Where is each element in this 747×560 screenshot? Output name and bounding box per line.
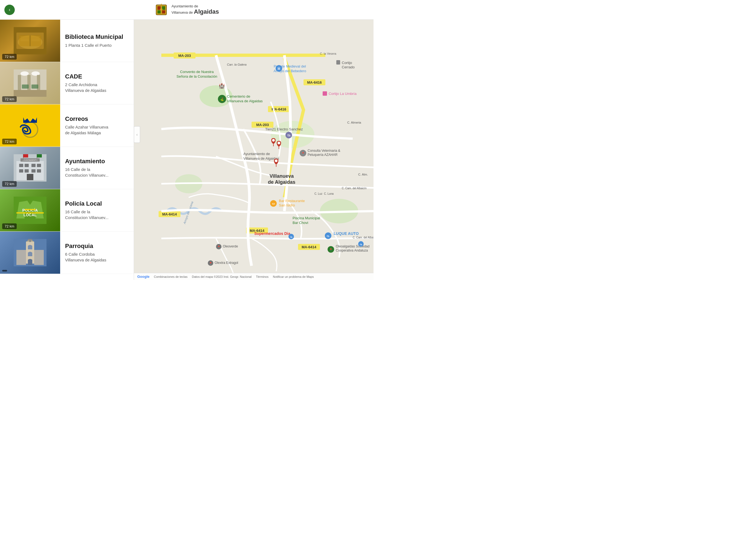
svg-text:C. Alm.: C. Alm. bbox=[358, 173, 368, 176]
svg-point-6 bbox=[160, 8, 162, 10]
svg-text:Tien21 Electro Sanchez: Tien21 Electro Sanchez bbox=[265, 127, 303, 131]
svg-rect-28 bbox=[22, 84, 29, 88]
svg-text:San Isidro: San Isidro bbox=[279, 203, 295, 207]
item-address: Calle Azahar Villanueva de Algaidas Mála… bbox=[65, 124, 129, 136]
list-item[interactable]: Parroquia 6 Calle Cordoba Villanueva de … bbox=[0, 232, 134, 274]
svg-text:C. Cam. del Albaicín: C. Cam. del Albaicín bbox=[342, 187, 367, 190]
svg-text:C. Luz: C. Luz bbox=[314, 192, 323, 195]
header-ayuntamiento: Ayuntamiento de bbox=[172, 4, 219, 8]
item-address: 16 Calle de la Constitucion Villanuev... bbox=[65, 167, 129, 178]
svg-rect-48 bbox=[37, 154, 42, 157]
svg-rect-30 bbox=[14, 112, 47, 139]
distance-badge: 72 km bbox=[2, 223, 17, 229]
svg-text:Cooperativa Andaluza: Cooperativa Andaluza bbox=[336, 249, 368, 252]
svg-text:C. la Vesera: C. la Vesera bbox=[320, 52, 337, 55]
report-problem-link[interactable]: Notificar un problema de Maps bbox=[273, 275, 314, 278]
svg-text:🏛: 🏛 bbox=[277, 67, 281, 71]
svg-text:🛍: 🛍 bbox=[290, 236, 292, 238]
back-button[interactable]: ‹ bbox=[4, 5, 15, 15]
svg-point-140 bbox=[275, 159, 278, 162]
svg-rect-36 bbox=[19, 164, 23, 167]
header: ‹ Ayuntamiento de Villanueva de Algaidas bbox=[0, 0, 374, 20]
svg-rect-27 bbox=[14, 90, 47, 97]
svg-rect-44 bbox=[27, 174, 33, 180]
distance-badge: 72 km bbox=[2, 138, 17, 144]
terms-link[interactable]: Términos bbox=[256, 275, 268, 278]
item-address: 2 Calle Archidona Villanueva de Algaidas bbox=[65, 82, 129, 93]
google-logo: Google bbox=[137, 275, 150, 279]
header-text: Ayuntamiento de Villanueva de Algaidas bbox=[172, 4, 219, 16]
svg-text:Olextra Extragol: Olextra Extragol bbox=[215, 261, 238, 265]
svg-rect-101 bbox=[323, 91, 327, 96]
svg-rect-43 bbox=[37, 169, 41, 173]
svg-rect-141 bbox=[336, 60, 340, 65]
svg-rect-58 bbox=[28, 239, 32, 240]
cade-illustration bbox=[14, 70, 47, 97]
svg-text:AYUNTAMIENTO: AYUNTAMIENTO bbox=[23, 159, 38, 161]
header-villanueva: Villanueva de bbox=[172, 10, 193, 15]
item-name: Policía Local bbox=[65, 200, 129, 207]
policia-illustration: POLICÍA LOCAL bbox=[14, 197, 47, 224]
item-address: 16 Calle de la Constitucion Villanuev... bbox=[65, 209, 129, 221]
svg-point-139 bbox=[278, 142, 280, 144]
item-address: 6 Calle Cordoba Villanueva de Algaidas bbox=[65, 251, 129, 263]
svg-text:Bar Restaurante: Bar Restaurante bbox=[279, 199, 305, 203]
item-info-cade: CADE 2 Calle Archidona Villanueva de Alg… bbox=[60, 62, 134, 104]
svg-text:Cortijo: Cortijo bbox=[342, 61, 352, 65]
svg-text:📍: 📍 bbox=[209, 262, 212, 265]
svg-rect-4 bbox=[157, 10, 161, 14]
header-algaidas: Algaidas bbox=[194, 8, 219, 15]
back-icon: ‹ bbox=[9, 7, 10, 12]
svg-text:C. Almeria: C. Almeria bbox=[347, 121, 361, 124]
svg-text:Peluquería AZAHAR: Peluquería AZAHAR bbox=[308, 153, 338, 157]
svg-text:MA-203: MA-203 bbox=[178, 54, 191, 58]
svg-rect-37 bbox=[25, 164, 29, 167]
ayuntamiento-illustration: AYUNTAMIENTO bbox=[14, 154, 47, 182]
svg-rect-60 bbox=[34, 250, 44, 265]
svg-text:Supermercados Dia: Supermercados Dia bbox=[254, 231, 290, 236]
item-name: Correos bbox=[65, 116, 129, 123]
parroquia-illustration bbox=[14, 239, 47, 266]
list-item[interactable]: 72 km Biblioteca Municipal 1 Planta 1 Ca… bbox=[0, 20, 134, 62]
svg-text:📍: 📍 bbox=[329, 248, 333, 252]
svg-text:Cortijo La Umbría: Cortijo La Umbría bbox=[329, 92, 357, 96]
svg-text:🛍: 🛍 bbox=[360, 243, 362, 246]
distance-badge: 72 km bbox=[2, 54, 17, 59]
item-image-correos: 72 km bbox=[0, 104, 60, 147]
svg-text:Convento de Nuestra: Convento de Nuestra bbox=[180, 70, 214, 74]
svg-text:de Algaidas: de Algaidas bbox=[268, 179, 295, 185]
item-address: 1 Planta 1 Calle el Puerto bbox=[65, 42, 129, 48]
svg-text:MA-6414: MA-6414 bbox=[162, 212, 177, 216]
svg-text:Ayuntamiento de: Ayuntamiento de bbox=[243, 152, 270, 156]
svg-rect-38 bbox=[31, 164, 35, 167]
svg-rect-59 bbox=[17, 250, 26, 265]
main-content: 72 km Biblioteca Municipal 1 Planta 1 Ca… bbox=[0, 20, 374, 280]
item-name: CADE bbox=[65, 73, 129, 80]
list-item[interactable]: AYUNTAMIENTO bbox=[0, 147, 134, 189]
svg-text:LUQUE AUTO: LUQUE AUTO bbox=[334, 231, 359, 236]
item-name: Ayuntamiento bbox=[65, 158, 129, 165]
svg-text:Oleoverde: Oleoverde bbox=[223, 245, 238, 248]
svg-point-138 bbox=[272, 139, 275, 142]
svg-text:Cerrado: Cerrado bbox=[342, 65, 355, 69]
list-item[interactable]: 72 km Correos Calle Azahar Villanueva de… bbox=[0, 104, 134, 147]
item-name: Biblioteca Municipal bbox=[65, 33, 129, 41]
svg-text:🛍: 🛍 bbox=[287, 133, 290, 137]
svg-text:Villanueva de Algaidas: Villanueva de Algaidas bbox=[227, 99, 263, 103]
svg-rect-52 bbox=[17, 212, 44, 213]
distance-badge: 72 km bbox=[2, 181, 17, 187]
correos-illustration bbox=[14, 112, 47, 139]
svg-rect-3 bbox=[162, 6, 165, 9]
item-info-biblioteca: Biblioteca Municipal 1 Planta 1 Calle el… bbox=[60, 20, 134, 62]
svg-text:Señora de la Consolación: Señora de la Consolación bbox=[177, 74, 217, 78]
map-view[interactable]: Arroyo de Lucena MA-203 MA-6416 MA-6416 … bbox=[134, 20, 374, 280]
map-panel[interactable]: Arroyo de Lucena MA-203 MA-6416 MA-6416 … bbox=[134, 20, 374, 280]
item-info-policia: Policía Local 16 Calle de la Constitucio… bbox=[60, 189, 134, 231]
svg-text:📍: 📍 bbox=[301, 152, 305, 155]
keyboard-shortcuts[interactable]: Combinaciones de teclas bbox=[154, 275, 187, 278]
distance-badge: 72 km bbox=[2, 96, 17, 102]
svg-text:‹: ‹ bbox=[136, 132, 138, 137]
list-item[interactable]: 72 km CADE 2 Calle Archidona Villanueva … bbox=[0, 62, 134, 104]
list-item[interactable]: POLICÍA LOCAL 72 km Policía Local 16 Cal… bbox=[0, 189, 134, 232]
svg-text:MA-203: MA-203 bbox=[256, 123, 269, 127]
